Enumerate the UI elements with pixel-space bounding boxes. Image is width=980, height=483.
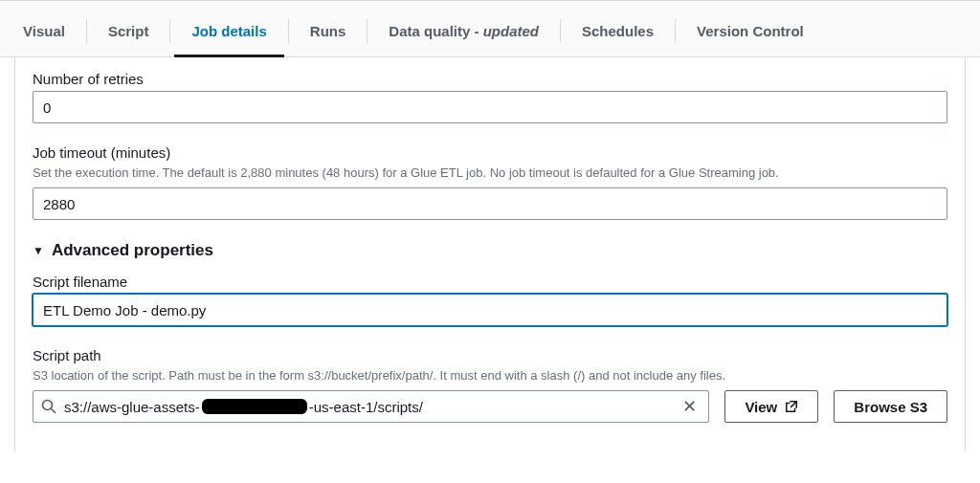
field-number-of-retries: Number of retries (33, 71, 947, 123)
timeout-input[interactable] (33, 187, 947, 220)
tab-label: Runs (310, 23, 346, 39)
external-link-icon (785, 400, 798, 413)
view-button-label: View (745, 399, 777, 415)
search-icon (41, 399, 56, 414)
script-path-label: Script path (33, 347, 947, 363)
redacted-account-id (202, 399, 307, 414)
tab-job-details[interactable]: Job details (170, 6, 287, 56)
svg-line-1 (52, 409, 56, 414)
browse-s3-button[interactable]: Browse S3 (834, 390, 947, 423)
browse-s3-button-label: Browse S3 (854, 399, 927, 415)
script-filename-label: Script filename (33, 274, 947, 290)
field-script-path: Script path S3 location of the script. P… (33, 347, 947, 423)
script-path-input-wrap[interactable]: s3://aws-glue-assets--us-east-1/scripts/… (33, 390, 709, 423)
caret-down-icon: ▼ (33, 244, 44, 257)
tab-label: Script (108, 23, 149, 39)
tab-label: Visual (23, 23, 65, 39)
advanced-properties-toggle[interactable]: ▼ Advanced properties (33, 241, 947, 260)
view-button[interactable]: View (724, 390, 818, 423)
job-details-panel: Number of retries Job timeout (minutes) … (14, 57, 966, 451)
script-path-value[interactable]: s3://aws-glue-assets--us-east-1/scripts/ (64, 399, 671, 415)
tab-runs[interactable]: Runs (289, 6, 368, 56)
field-script-filename: Script filename (33, 274, 947, 326)
tab-label: Schedules (582, 23, 654, 39)
tab-label: Data quality - updated (389, 23, 539, 39)
advanced-properties-title: Advanced properties (52, 241, 213, 260)
tab-label: Version Control (697, 23, 804, 39)
script-path-help: S3 location of the script. Path must be … (33, 367, 947, 384)
tab-data-quality[interactable]: Data quality - updated (368, 6, 560, 56)
timeout-help: Set the execution time. The default is 2… (33, 165, 947, 182)
tab-script[interactable]: Script (87, 6, 170, 56)
tab-visual[interactable]: Visual (2, 6, 86, 56)
retries-input[interactable] (33, 91, 947, 123)
retries-label: Number of retries (33, 71, 947, 87)
tab-version-control[interactable]: Version Control (676, 6, 825, 56)
script-filename-input[interactable] (33, 294, 947, 326)
tab-label: Job details (191, 23, 266, 39)
svg-point-0 (43, 401, 53, 410)
timeout-label: Job timeout (minutes) (33, 144, 947, 161)
field-job-timeout: Job timeout (minutes) Set the execution … (33, 144, 947, 220)
clear-icon[interactable]: ✕ (679, 398, 701, 415)
job-tabs: Visual Script Job details Runs Data qual… (0, 6, 980, 57)
tab-schedules[interactable]: Schedules (561, 6, 675, 56)
